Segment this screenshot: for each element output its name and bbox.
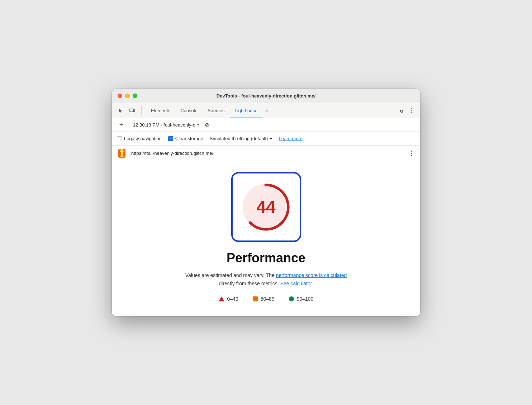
tab-sources[interactable]: Sources <box>203 104 230 118</box>
score-card: 44 <box>231 172 301 242</box>
clear-storage-group[interactable]: Clear storage <box>168 136 203 141</box>
tab-actions <box>396 106 416 115</box>
clear-storage-checkbox[interactable] <box>168 136 173 141</box>
traffic-lights <box>118 94 137 98</box>
clear-storage-label: Clear storage <box>175 136 203 141</box>
timestamp-text: 12:30:13 PM - foul-heavenly-c <box>133 122 195 128</box>
devtools-icon-group <box>116 106 142 115</box>
svg-point-3 <box>411 110 412 111</box>
devtools-window: DevTools - foul-heavenly-direction.glitc… <box>112 89 420 316</box>
svg-rect-6 <box>120 149 123 151</box>
toolbar-divider <box>129 122 129 129</box>
svg-rect-1 <box>133 110 135 111</box>
svg-point-4 <box>411 112 412 113</box>
urlbar-more-icon[interactable]: ⋮ <box>408 149 415 157</box>
tabsbar: Elements Console Sources Lighthouse » <box>112 103 420 118</box>
titlebar: DevTools - foul-heavenly-direction.glitc… <box>112 89 420 103</box>
dropdown-arrow-icon: ▾ <box>197 123 199 127</box>
add-button[interactable]: + <box>117 121 125 129</box>
throttling-label: Simulated throttling (default) <box>210 136 268 141</box>
bad-range: 0–49 <box>227 296 238 302</box>
description-prefix: Values are estimated and may vary. The <box>185 272 276 278</box>
perf-score-link[interactable]: performance score is calculated <box>276 272 347 278</box>
optionsbar: Legacy navigation Clear storage Simulate… <box>112 132 420 146</box>
svg-rect-7 <box>120 151 124 152</box>
throttling-arrow-icon[interactable]: ▾ <box>270 136 272 141</box>
svg-rect-9 <box>120 156 124 157</box>
calculator-link[interactable]: See calculator. <box>280 281 313 286</box>
legend-bad: 0–49 <box>219 296 238 302</box>
legend-good: 90–100 <box>289 296 314 302</box>
close-button[interactable] <box>118 94 122 98</box>
minimize-button[interactable] <box>125 94 130 98</box>
score-circle: 44 <box>243 184 289 230</box>
maximize-button[interactable] <box>133 94 137 98</box>
legacy-nav-label: Legacy navigation <box>124 136 162 141</box>
medium-icon <box>253 296 258 301</box>
description-middle: directly from these metrics. <box>219 281 280 286</box>
main-content: 44 Performance Values are estimated and … <box>112 161 420 316</box>
legacy-nav-group[interactable]: Legacy navigation <box>117 136 162 141</box>
window-title: DevTools - foul-heavenly-direction.glitc… <box>217 93 315 99</box>
legacy-nav-checkbox[interactable] <box>117 136 122 141</box>
throttling-group: Simulated throttling (default) ▾ <box>210 136 272 141</box>
legend-medium: 50–89 <box>253 296 275 302</box>
svg-rect-8 <box>121 152 123 156</box>
good-range: 90–100 <box>297 296 314 302</box>
performance-score: 44 <box>256 197 275 217</box>
performance-description: Values are estimated and may vary. The p… <box>185 271 347 287</box>
more-vert-icon[interactable] <box>407 106 416 115</box>
gear-icon[interactable] <box>396 106 405 115</box>
tab-lighthouse[interactable]: Lighthouse <box>230 104 263 118</box>
bad-icon <box>219 296 224 301</box>
good-icon <box>289 296 294 301</box>
tab-more-button[interactable]: » <box>262 103 271 118</box>
performance-title: Performance <box>227 251 305 266</box>
score-legend: 0–49 50–89 90–100 <box>219 296 314 302</box>
no-entry-icon[interactable]: ⊘ <box>205 122 209 128</box>
tab-console[interactable]: Console <box>175 104 203 118</box>
cursor-icon[interactable] <box>116 106 125 115</box>
medium-range: 50–89 <box>261 296 275 302</box>
tab-elements[interactable]: Elements <box>146 104 175 118</box>
page-url: https://foul-heavenly-direction.glitch.m… <box>131 151 404 156</box>
urlbar: https://foul-heavenly-direction.glitch.m… <box>112 146 420 161</box>
toolbar: + 12:30:13 PM - foul-heavenly-c ▾ ⊘ <box>112 118 420 132</box>
learn-more-link[interactable]: Learn more <box>279 136 302 141</box>
tab-list: Elements Console Sources Lighthouse » <box>146 103 271 118</box>
responsive-icon[interactable] <box>128 106 137 115</box>
svg-point-2 <box>411 108 412 109</box>
svg-rect-0 <box>130 109 133 112</box>
lighthouse-icon <box>117 148 127 158</box>
timestamp-dropdown[interactable]: 12:30:13 PM - foul-heavenly-c ▾ <box>133 122 199 128</box>
